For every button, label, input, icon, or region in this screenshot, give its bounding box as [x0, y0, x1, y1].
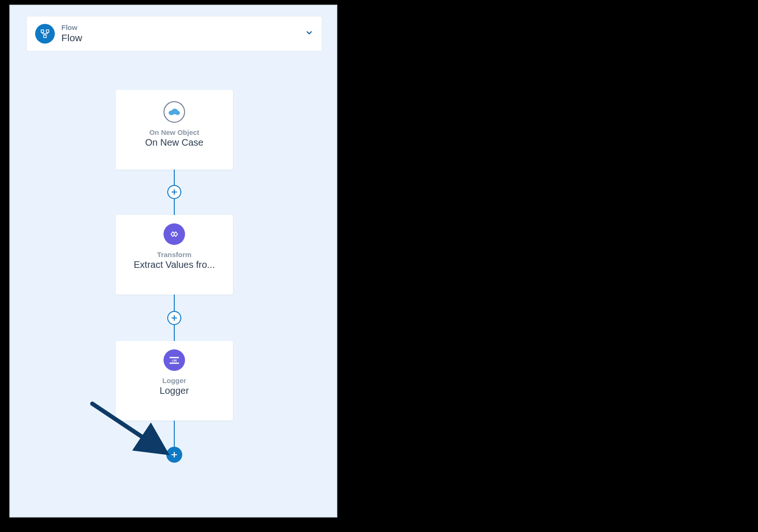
- connector-line: [174, 421, 175, 449]
- node-type-label: On New Object: [121, 128, 227, 136]
- flow-icon: [35, 24, 55, 44]
- flow-type-label: Flow: [61, 24, 305, 32]
- flow-node-logger[interactable]: LOG Logger Logger: [116, 341, 233, 421]
- flow-header-text: Flow Flow: [61, 24, 305, 44]
- add-step-final-button[interactable]: [166, 447, 182, 463]
- flow-name: Flow: [61, 32, 305, 44]
- node-name-label: Logger: [121, 385, 227, 396]
- svg-point-5: [175, 111, 180, 115]
- add-step-button[interactable]: [167, 185, 181, 199]
- transform-icon: [163, 223, 185, 245]
- add-step-button[interactable]: [167, 311, 181, 325]
- chevron-down-icon[interactable]: [305, 29, 313, 39]
- salesforce-cloud-icon: [163, 101, 185, 123]
- node-type-label: Transform: [121, 251, 227, 259]
- svg-rect-8: [170, 362, 179, 364]
- log-icon: LOG: [163, 349, 185, 371]
- svg-text:LOG: LOG: [172, 359, 177, 362]
- svg-rect-0: [41, 30, 44, 33]
- flow-header[interactable]: Flow Flow: [26, 16, 322, 52]
- svg-rect-2: [44, 35, 46, 38]
- node-name-label: Extract Values fro...: [121, 259, 227, 270]
- svg-rect-1: [46, 30, 49, 33]
- node-type-label: Logger: [121, 377, 227, 384]
- node-name-label: On New Case: [121, 137, 227, 148]
- flow-canvas: Flow Flow On New Object On New Case: [9, 5, 337, 517]
- flow-node-transform[interactable]: Transform Extract Values fro...: [116, 215, 233, 295]
- svg-rect-6: [170, 357, 179, 358]
- flow-node-on-new-object[interactable]: On New Object On New Case: [116, 90, 233, 170]
